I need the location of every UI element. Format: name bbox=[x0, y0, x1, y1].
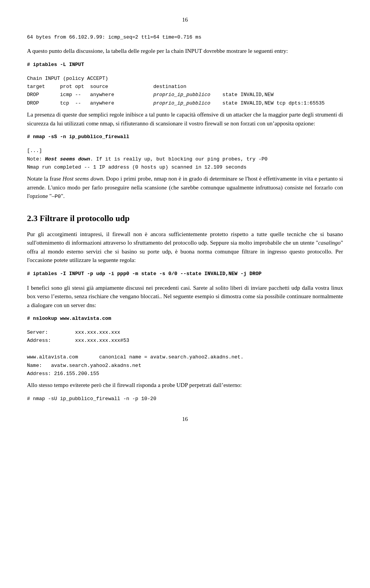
iptables-heading: # iptables -L INPUT bbox=[27, 61, 343, 69]
casalingo-word: casalingo bbox=[318, 240, 341, 246]
host-seems-down-ref: Host seems down bbox=[62, 176, 103, 182]
nmap-udp-command: # nmap -sU ip_pubblico_firewall -n -p 10… bbox=[27, 395, 343, 403]
page-number-top: 16 bbox=[27, 15, 343, 24]
page-container: 16 64 bytes from 66.102.9.99: icmp_seq=2… bbox=[0, 0, 370, 588]
nmap-command: # nmap -sS -n ip_pubblico_firewall bbox=[27, 133, 343, 141]
nslookup-out5: Address: 216.155.200.155 bbox=[27, 371, 99, 377]
nslookup-command: # nslookup www.altavista.com bbox=[27, 315, 343, 323]
paragraph-2: La presenza di queste due semplici regol… bbox=[27, 110, 343, 128]
page-number-bottom: 16 bbox=[27, 415, 343, 424]
nmap-out3: Nmap run completed -- 1 IP address (0 ho… bbox=[27, 164, 247, 170]
nmap-out1: [...] bbox=[27, 148, 42, 154]
nmap-output: [...] Note: Host seems down. If it is re… bbox=[27, 147, 343, 171]
iptables-table: Chain INPUT (policy ACCEPT) target prot … bbox=[27, 74, 343, 108]
p0-option: P0 bbox=[55, 194, 61, 199]
paragraph-1: A questo punto della discussione, la tab… bbox=[27, 47, 343, 56]
nslookup-out2: Address: xxx.xxx.xxx.xxx#53 bbox=[27, 338, 129, 343]
paragraph-3: Notate la frase Host seems down. Dopo i … bbox=[27, 174, 343, 201]
nslookup-output: Server: xxx.xxx.xxx.xxx Address: xxx.xxx… bbox=[27, 328, 343, 378]
para1-text: A questo punto della discussione, la tab… bbox=[27, 48, 288, 54]
nslookup-out3: www.altavista.com canonical name = avatw… bbox=[27, 354, 244, 360]
iptables-udp-command: # iptables -I INPUT -p udp -i ppp0 -m st… bbox=[27, 270, 343, 278]
para2-text: La presenza di queste due semplici regol… bbox=[27, 112, 343, 127]
proprio-ip-2: proprio_ip_pubblico bbox=[153, 100, 210, 106]
nslookup-out1: Server: xxx.xxx.xxx.xxx bbox=[27, 329, 120, 335]
paragraph-5: I benefici sono gli stessi già ampiament… bbox=[27, 284, 343, 310]
nmap-out2: Note: Host seems down. If it is really u… bbox=[27, 156, 267, 162]
section-heading: 2.3 Filtrare il protocollo udp bbox=[27, 212, 343, 225]
nslookup-out4: Name: avatw.search.yahoo2.akadns.net bbox=[27, 363, 141, 368]
paragraph-6: Allo stesso tempo eviterete però che il … bbox=[27, 381, 343, 390]
proprio-ip-1: proprio_ip_pubblico bbox=[153, 92, 210, 98]
paragraph-4: Pur gli accorgimenti intrapresi, il fire… bbox=[27, 230, 343, 265]
opening-line: 64 bytes from 66.102.9.99: icmp_seq=2 tt… bbox=[27, 34, 343, 42]
